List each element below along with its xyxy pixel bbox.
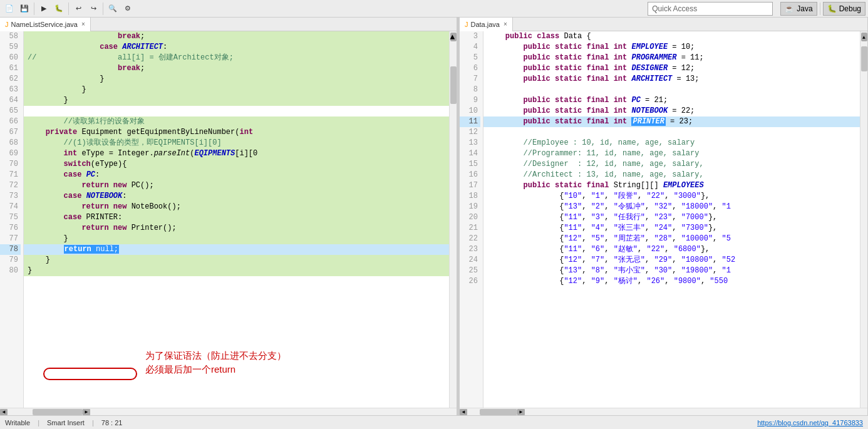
ln-59: 59	[0, 42, 21, 53]
right-tab-label: Data.java	[471, 21, 500, 28]
rln-26: 26	[460, 276, 480, 287]
left-code-area: 58 59 60 61 62 63 64 65 66 67 68 69 70 7…	[0, 31, 457, 408]
code-line-77: }	[24, 234, 449, 244]
toolbar-btn-debug[interactable]: 🐛	[52, 2, 66, 16]
left-hscroll[interactable]: ◀ ▶	[0, 408, 457, 415]
ln-74: 74	[0, 202, 21, 212]
code-line-73: case NOTEBOOK:	[24, 191, 449, 202]
left-line-numbers: 58 59 60 61 62 63 64 65 66 67 68 69 70 7…	[0, 31, 24, 408]
toolbar-btn-save[interactable]: 💾	[18, 2, 31, 16]
scroll-thumb[interactable]	[450, 66, 457, 104]
rln-11: 11	[460, 116, 480, 127]
rln-21: 21	[460, 223, 480, 234]
hscroll-right-arrow[interactable]: ▶	[83, 409, 90, 415]
code-line-80: }	[24, 266, 449, 276]
toolbar-btn-new[interactable]: 📄	[3, 2, 16, 16]
toolbar-btn-run[interactable]: ▶	[37, 2, 51, 16]
right-hscroll[interactable]: ◀ ▶	[460, 408, 867, 415]
ln-69: 69	[0, 148, 21, 159]
quick-access-label: Quick Access	[652, 4, 697, 13]
code-line-58: break;	[24, 31, 449, 42]
annotation-text-1: 为了保证语法（防止进不去分支）	[145, 350, 286, 362]
ln-63: 63	[0, 85, 21, 95]
left-editor-panel: J NameListService.java × 58 59 60 61 62 …	[0, 18, 457, 415]
rcode-15: //Designer : 12, id, name, age, salary,	[483, 159, 860, 170]
left-tab-active[interactable]: J NameListService.java ×	[0, 18, 91, 31]
code-line-69: int eType = Integer.parseInt(EQIPMENTS[i…	[24, 148, 449, 159]
rcode-11: public static final int PRINTER = 23;	[483, 116, 860, 127]
code-line-79: }	[24, 255, 449, 266]
rcode-8	[483, 85, 860, 95]
right-tab-active[interactable]: J Data.java ×	[460, 18, 513, 31]
rcode-4: public static final int EMPLOYEE = 10;	[483, 42, 860, 53]
code-line-59: case ARCHITECT:	[24, 42, 449, 53]
rln-7: 7	[460, 74, 480, 85]
perspective-label: Java	[797, 4, 812, 13]
rln-14: 14	[460, 148, 480, 159]
ln-79: 79	[0, 255, 21, 266]
code-line-67: private Equipment getEquipmentByLineNumb…	[24, 127, 449, 138]
ln-68: 68	[0, 138, 21, 148]
hscroll-left-arrow[interactable]: ◀	[0, 409, 8, 415]
right-vscroll[interactable]: ▲	[860, 31, 867, 408]
rln-15: 15	[460, 159, 480, 170]
rcode-7: public static final int ARCHITECT = 13;	[483, 74, 860, 85]
code-line-74: return new NoteBook();	[24, 202, 449, 212]
rscroll-thumb[interactable]	[861, 46, 867, 71]
toolbar-btn-settings[interactable]: ⚙	[121, 2, 135, 16]
java-icon: ☕	[785, 4, 794, 13]
left-code-content[interactable]: break; case ARCHITECT: // all[i] = 创建Arc…	[24, 31, 449, 408]
rscroll-arrow-up[interactable]: ▲	[861, 33, 867, 41]
rln-12: 12	[460, 127, 480, 138]
status-writable: Writable	[5, 419, 30, 426]
left-tab-close[interactable]: ×	[81, 21, 85, 28]
hscroll-thumb[interactable]	[33, 409, 83, 415]
perspective-debug[interactable]: 🐛 Debug	[823, 2, 865, 16]
toolbar-sep-2	[68, 3, 69, 15]
left-tab-label: NameListService.java	[11, 21, 78, 28]
rln-24: 24	[460, 255, 480, 266]
toolbar-sep-4	[820, 3, 820, 15]
left-code-lines: break; case ARCHITECT: // all[i] = 创建Arc…	[24, 31, 449, 276]
status-insert: Smart Insert	[47, 419, 85, 426]
ln-67: 67	[0, 127, 21, 138]
perspective-java[interactable]: ☕ Java	[780, 2, 817, 16]
java-file-icon-r: J	[465, 21, 468, 28]
rcode-21: {"11", "4", "张三丰", "24", "7300"},	[483, 223, 860, 234]
code-line-76: return new Printer();	[24, 223, 449, 234]
code-line-70: switch(eType){	[24, 159, 449, 170]
rln-5: 5	[460, 53, 480, 63]
rcode-23: {"11", "6", "赵敏", "22", "6800"},	[483, 244, 860, 255]
rhscroll-right-arrow[interactable]: ▶	[517, 409, 525, 415]
rln-18: 18	[460, 191, 480, 202]
toolbar-btn-search[interactable]: 🔍	[106, 2, 120, 16]
code-line-60: // all[i] = 创建Architect对象;	[24, 53, 449, 63]
toolbar-btn-redo[interactable]: ↪	[86, 2, 100, 16]
ln-71: 71	[0, 170, 21, 180]
code-line-61: break;	[24, 63, 449, 74]
toolbar: 📄 💾 ▶ 🐛 ↩ ↪ 🔍 ⚙ Quick Access ☕ Java 🐛 De…	[0, 0, 868, 18]
quick-access-input[interactable]: Quick Access	[648, 2, 773, 16]
java-file-icon: J	[5, 21, 9, 28]
rln-6: 6	[460, 63, 480, 74]
rhscroll-thumb[interactable]	[480, 409, 517, 415]
right-tab-bar: J Data.java ×	[460, 18, 867, 31]
right-code-content[interactable]: public class Data { public static final …	[483, 31, 860, 408]
code-line-72: return new PC();	[24, 180, 449, 191]
rcode-25: {"13", "8", "韦小宝", "30", "19800", "1	[483, 266, 860, 276]
code-line-78: return null;	[24, 244, 449, 255]
toolbar-btn-undo[interactable]: ↩	[71, 2, 85, 16]
ln-62: 62	[0, 74, 21, 85]
rcode-16: //Architect : 13, id, name, age, salary,	[483, 170, 860, 180]
rcode-3: public class Data {	[483, 31, 860, 42]
left-vscroll[interactable]: ▲	[449, 31, 457, 408]
ln-80: 80	[0, 266, 21, 276]
scroll-arrow-up[interactable]: ▲	[450, 33, 457, 41]
ln-75: 75	[0, 212, 21, 223]
status-sep-2: |	[92, 419, 94, 426]
rhscroll-left-arrow[interactable]: ◀	[460, 409, 467, 415]
rln-3: 3	[460, 31, 480, 42]
right-tab-close[interactable]: ×	[504, 21, 507, 28]
status-position: 78 : 21	[101, 419, 123, 426]
status-sep-1: |	[38, 419, 39, 426]
